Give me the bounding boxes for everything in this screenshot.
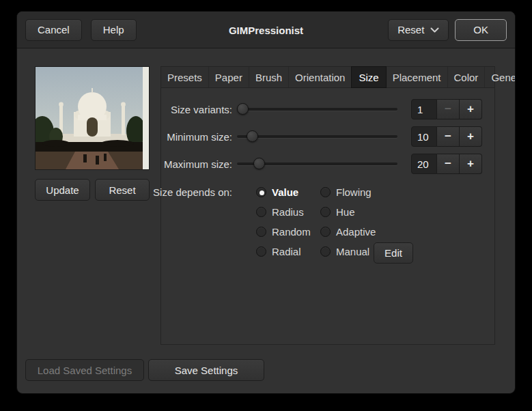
slider-thumb[interactable] (237, 103, 249, 115)
maximum-size-label: Maximum size: (164, 154, 232, 174)
chevron-down-icon (430, 24, 439, 36)
help-button[interactable]: Help (91, 19, 137, 41)
minimum-size-value[interactable]: 10 (411, 126, 437, 147)
radio-option-value[interactable]: Value (256, 182, 311, 202)
tab-bar: Presets Paper Brush Orientation Size Pla… (161, 67, 494, 88)
increment-button[interactable]: + (460, 99, 482, 119)
tab-color[interactable]: Color (448, 67, 486, 87)
dialog-title: GIMPressionist (229, 24, 303, 36)
slider-track (237, 135, 397, 138)
radio-label: Random (272, 226, 311, 238)
plus-icon: + (467, 102, 474, 116)
tab-paper[interactable]: Paper (209, 67, 249, 87)
increment-button[interactable]: + (460, 126, 482, 147)
minus-icon: − (445, 157, 451, 171)
gimpressionist-dialog: Cancel Help GIMPressionist Reset OK (16, 11, 516, 394)
maximum-size-row: Maximum size: 20 − + (161, 154, 494, 174)
radio-unchecked-icon (256, 207, 266, 217)
size-variants-row: Size variants: 1 − + (161, 99, 494, 119)
size-variants-slider[interactable] (237, 99, 397, 119)
load-saved-settings-button[interactable]: Load Saved Settings (25, 359, 144, 381)
tab-placement[interactable]: Placement (387, 67, 448, 87)
edit-manual-button[interactable]: Edit (374, 242, 413, 264)
radio-option-manual[interactable]: Manual (320, 242, 376, 261)
radio-option-hue[interactable]: Hue (320, 202, 376, 222)
radio-option-radius[interactable]: Radius (256, 202, 311, 222)
update-preview-button[interactable]: Update (35, 179, 90, 201)
radio-unchecked-icon (256, 227, 266, 237)
radio-label: Manual (336, 246, 369, 257)
radio-label: Radial (272, 246, 301, 257)
minus-icon: − (445, 130, 451, 143)
increment-button[interactable]: + (460, 154, 482, 174)
depends-column-2: Flowing Hue Adaptive Manual (320, 182, 376, 261)
maximum-size-slider[interactable] (237, 154, 397, 174)
minimum-size-row: Minimum size: 10 − + (161, 126, 494, 147)
size-variants-value[interactable]: 1 (411, 99, 437, 119)
header-bar: Cancel Help GIMPressionist Reset OK (17, 12, 515, 48)
header-actions: Reset OK (388, 19, 507, 41)
plus-icon: + (467, 157, 474, 171)
radio-label: Flowing (336, 186, 372, 198)
slider-thumb[interactable] (247, 130, 258, 142)
size-tab-content: Size variants: 1 − + Minimum size: (161, 88, 494, 344)
radio-label: Value (272, 186, 298, 198)
radio-label: Adaptive (336, 226, 376, 238)
ok-button[interactable]: OK (455, 19, 507, 41)
decrement-button[interactable]: − (437, 154, 460, 174)
cancel-button[interactable]: Cancel (25, 19, 82, 41)
radio-option-random[interactable]: Random (256, 222, 311, 242)
minimum-size-label: Minimum size: (164, 126, 232, 147)
size-variants-spinbutton: 1 − + (411, 99, 482, 119)
radio-unchecked-icon (320, 207, 331, 217)
plus-icon: + (467, 130, 474, 143)
radio-unchecked-icon (256, 246, 266, 257)
size-variants-label: Size variants: (164, 99, 232, 119)
save-settings-button[interactable]: Save Settings (148, 359, 264, 381)
maximum-size-value[interactable]: 20 (411, 154, 437, 174)
radio-unchecked-icon (320, 246, 331, 257)
radio-option-adaptive[interactable]: Adaptive (320, 222, 376, 242)
reset-dropdown-label: Reset (397, 24, 424, 36)
minimum-size-spinbutton: 10 − + (411, 126, 482, 147)
radio-checked-icon (256, 187, 266, 197)
radio-option-flowing[interactable]: Flowing (320, 182, 376, 202)
reset-dropdown-button[interactable]: Reset (388, 19, 449, 41)
screen-background: Cancel Help GIMPressionist Reset OK (0, 0, 532, 411)
maximum-size-spinbutton: 20 − + (411, 154, 482, 174)
reset-preview-button[interactable]: Reset (95, 179, 150, 201)
minus-icon: − (445, 102, 451, 116)
settings-panel: Presets Paper Brush Orientation Size Pla… (160, 66, 495, 345)
size-depends-on-label: Size depends on: (164, 182, 232, 202)
radio-label: Radius (272, 206, 304, 218)
tab-general[interactable]: General (485, 67, 516, 87)
tab-brush[interactable]: Brush (249, 67, 289, 87)
radio-option-radial[interactable]: Radial (256, 242, 311, 261)
minimum-size-slider[interactable] (237, 126, 397, 147)
decrement-button[interactable]: − (437, 99, 460, 119)
radio-unchecked-icon (320, 227, 331, 237)
depends-column-1: Value Radius Random Radial (256, 182, 311, 261)
slider-track (237, 108, 397, 111)
tab-presets[interactable]: Presets (161, 67, 209, 87)
tab-size[interactable]: Size (351, 66, 386, 88)
tab-orientation[interactable]: Orientation (289, 67, 352, 87)
slider-thumb[interactable] (253, 158, 265, 169)
taj-mahal-illustration (36, 67, 149, 169)
radio-unchecked-icon (320, 187, 331, 197)
preview-image (35, 66, 150, 170)
decrement-button[interactable]: − (437, 126, 460, 147)
radio-label: Hue (336, 206, 355, 218)
